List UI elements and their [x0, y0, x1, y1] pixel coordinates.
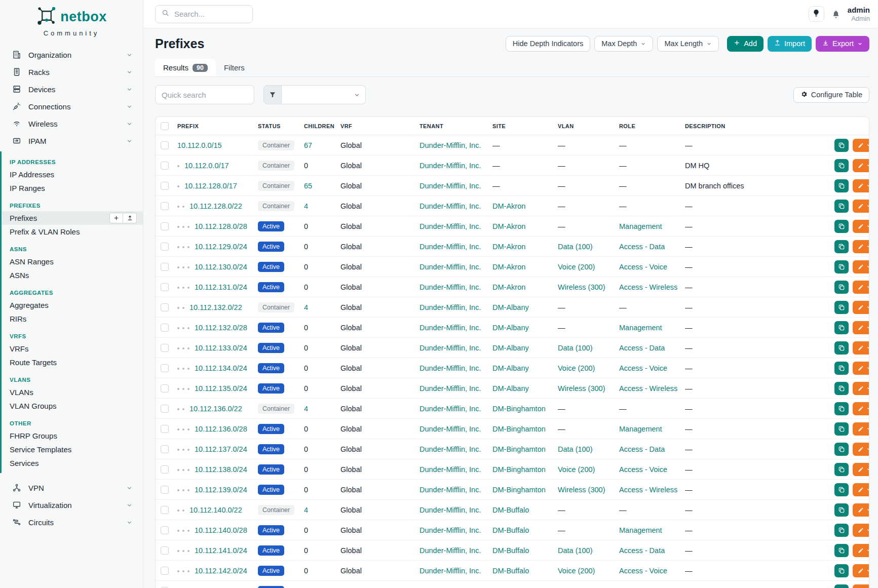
sidebar-nav-racks[interactable]: Racks: [0, 63, 143, 81]
copy-button[interactable]: [834, 281, 849, 294]
prefix-link[interactable]: 10.112.136.0/22: [189, 405, 242, 413]
children-count[interactable]: 0: [300, 358, 336, 378]
vlan-cell[interactable]: —: [554, 419, 615, 439]
prefix-link[interactable]: 10.112.128.0/28: [195, 222, 247, 230]
tenant-link[interactable]: Dunder-Mifflin, Inc.: [419, 324, 481, 332]
sidebar-item-prefixes[interactable]: Prefixes: [2, 211, 143, 225]
sidebar-nav-vpn[interactable]: VPN: [0, 479, 143, 496]
copy-button[interactable]: [834, 443, 849, 456]
role-cell[interactable]: —: [615, 399, 681, 419]
role-cell[interactable]: Management: [615, 216, 681, 237]
copy-button[interactable]: [834, 200, 849, 213]
vlan-cell[interactable]: Wireless (300): [554, 378, 615, 399]
role-cell[interactable]: Access - Voice: [615, 459, 681, 480]
sidebar-item-aggregates[interactable]: Aggregates: [2, 298, 143, 312]
site-cell[interactable]: DM-Akron: [488, 237, 554, 257]
vlan-cell[interactable]: —: [554, 176, 615, 196]
sidebar-item-rirs[interactable]: RIRs: [2, 312, 143, 326]
row-checkbox[interactable]: [161, 384, 169, 393]
row-checkbox[interactable]: [161, 243, 169, 251]
tenant-link[interactable]: Dunder-Mifflin, Inc.: [419, 202, 481, 210]
role-cell[interactable]: Access - Wireless: [615, 378, 681, 399]
role-cell[interactable]: —: [615, 176, 681, 196]
vlan-cell[interactable]: —: [554, 135, 615, 155]
edit-button[interactable]: [853, 483, 869, 496]
notifications-bell-icon[interactable]: [831, 10, 841, 19]
copy-button[interactable]: [834, 321, 849, 334]
vlan-cell[interactable]: Data (100): [554, 439, 615, 459]
site-cell[interactable]: DM-Albany: [488, 358, 554, 378]
user-menu[interactable]: admin Admin: [848, 6, 870, 23]
copy-button[interactable]: [834, 301, 849, 314]
site-cell[interactable]: —: [488, 135, 554, 155]
tenant-link[interactable]: Dunder-Mifflin, Inc.: [419, 425, 481, 433]
role-cell[interactable]: Access - Wireless: [615, 480, 681, 500]
vlan-cell[interactable]: —: [554, 500, 615, 520]
copy-button[interactable]: [834, 139, 849, 152]
prefix-link[interactable]: 10.112.140.0/28: [195, 526, 247, 534]
prefix-link[interactable]: 10.112.138.0/24: [195, 465, 247, 474]
prefix-link[interactable]: 10.112.132.0/28: [195, 324, 247, 332]
copy-button[interactable]: [834, 483, 849, 496]
filter-select[interactable]: [282, 85, 366, 104]
site-cell[interactable]: DM-Buffalo: [488, 520, 554, 540]
edit-button[interactable]: [853, 362, 869, 375]
vlan-cell[interactable]: —: [554, 399, 615, 419]
vlan-cell[interactable]: Voice (200): [554, 358, 615, 378]
copy-button[interactable]: [834, 524, 849, 537]
children-count[interactable]: 0: [300, 540, 336, 561]
edit-button[interactable]: [853, 564, 869, 577]
tenant-link[interactable]: Dunder-Mifflin, Inc.: [419, 526, 481, 534]
prefix-link[interactable]: 10.112.131.0/24: [195, 283, 247, 291]
vlan-cell[interactable]: Voice (200): [554, 459, 615, 480]
max-depth-dropdown[interactable]: Max Depth: [594, 36, 653, 52]
filter-funnel-icon[interactable]: [263, 85, 282, 104]
sidebar-nav-organization[interactable]: Organization: [0, 46, 143, 63]
export-dropdown-button[interactable]: Export: [816, 36, 869, 52]
site-cell[interactable]: DM-Akron: [488, 196, 554, 216]
role-cell[interactable]: Management: [615, 318, 681, 338]
children-count[interactable]: 0: [300, 378, 336, 399]
edit-button[interactable]: [853, 159, 869, 172]
children-count[interactable]: 0: [300, 419, 336, 439]
role-cell[interactable]: —: [615, 155, 681, 176]
edit-button[interactable]: [853, 422, 869, 436]
site-cell[interactable]: DM-Akron: [488, 216, 554, 237]
row-checkbox[interactable]: [161, 405, 169, 413]
site-cell[interactable]: DM-Binghamton: [488, 419, 554, 439]
tenant-link[interactable]: Dunder-Mifflin, Inc.: [419, 506, 481, 514]
tenant-link[interactable]: Dunder-Mifflin, Inc.: [419, 405, 481, 413]
vlan-cell[interactable]: —: [554, 520, 615, 540]
vlan-cell[interactable]: Wireless (300): [554, 277, 615, 297]
prefix-link[interactable]: 10.112.136.0/28: [195, 425, 247, 433]
column-header-description[interactable]: DESCRIPTION: [681, 117, 830, 135]
vlan-cell[interactable]: Wireless (300): [554, 581, 615, 588]
vlan-cell[interactable]: Voice (200): [554, 257, 615, 277]
column-header-role[interactable]: ROLE: [615, 117, 681, 135]
site-cell[interactable]: DM-Albany: [488, 318, 554, 338]
site-cell[interactable]: DM-Binghamton: [488, 459, 554, 480]
sidebar-nav-ipam[interactable]: IPAM: [0, 132, 143, 149]
tenant-link[interactable]: Dunder-Mifflin, Inc.: [419, 243, 481, 251]
children-count[interactable]: 4: [300, 196, 336, 216]
role-cell[interactable]: —: [615, 500, 681, 520]
prefix-link[interactable]: 10.112.139.0/24: [195, 486, 247, 494]
tab-results[interactable]: Results 90: [155, 59, 216, 76]
column-header-site[interactable]: SITE: [488, 117, 554, 135]
edit-button[interactable]: [853, 544, 869, 557]
vlan-cell[interactable]: Wireless (300): [554, 480, 615, 500]
prefix-link[interactable]: 10.112.142.0/24: [195, 567, 247, 575]
children-count[interactable]: 0: [300, 338, 336, 358]
edit-button[interactable]: [853, 402, 869, 415]
role-cell[interactable]: —: [615, 297, 681, 318]
copy-button[interactable]: [834, 382, 849, 395]
edit-button[interactable]: [853, 220, 869, 233]
prefix-link[interactable]: 10.112.133.0/24: [195, 344, 247, 352]
vlan-cell[interactable]: Data (100): [554, 237, 615, 257]
site-cell[interactable]: DM-Albany: [488, 338, 554, 358]
import-button[interactable]: Import: [768, 36, 812, 52]
row-checkbox[interactable]: [161, 263, 169, 271]
sidebar-item-fhrp-groups[interactable]: FHRP Groups: [2, 429, 143, 443]
children-count[interactable]: 0: [300, 155, 336, 176]
copy-button[interactable]: [834, 159, 849, 172]
